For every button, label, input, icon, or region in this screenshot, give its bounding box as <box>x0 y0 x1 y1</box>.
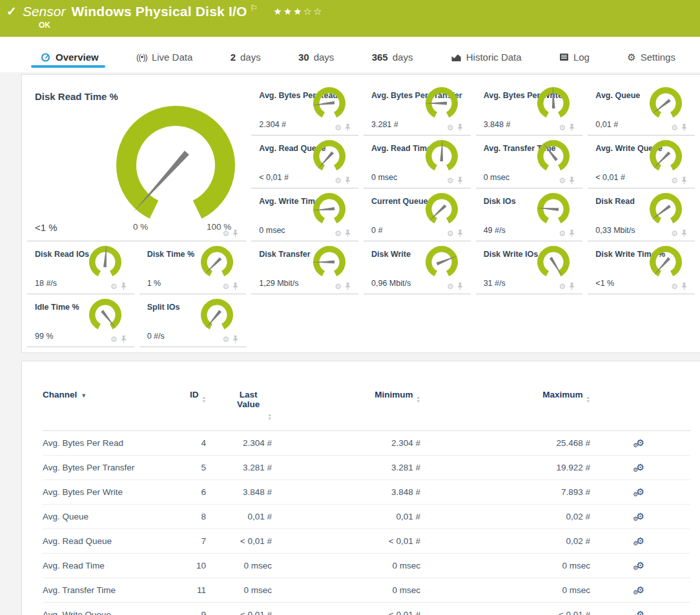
gauge-min-label: 0 % <box>133 222 148 232</box>
gauge-tile-current-queue: Current Queue 0 # ⚙ <box>364 188 471 241</box>
channel-maximum: 0 msec <box>420 578 590 603</box>
gear-icon[interactable]: ⚙ <box>447 283 454 290</box>
channel-settings-icon[interactable]: ⚙⚙ <box>636 463 644 472</box>
channel-settings-icon[interactable]: ⚙⚙ <box>636 610 644 615</box>
channel-settings-icon[interactable]: ⚙⚙ <box>636 536 644 545</box>
sort-icon[interactable]: ▲▼ <box>417 396 420 403</box>
channel-id: 6 <box>165 480 206 505</box>
gear-icon[interactable]: ⚙ <box>559 283 566 290</box>
pin-icon[interactable] <box>681 124 687 132</box>
gauge-tile-avg-read-queue: Avg. Read Queue < 0,01 # ⚙ <box>251 136 358 188</box>
pin-icon[interactable] <box>569 124 575 132</box>
pin-icon[interactable] <box>232 230 238 237</box>
gear-icon[interactable]: ⚙ <box>110 283 118 290</box>
gauge-value: 1 % <box>147 279 161 288</box>
channel-name: Avg. Bytes Per Read <box>43 431 165 456</box>
gauge-tile-disk-write: Disk Write 0,96 Mbit/s ⚙ <box>364 241 471 294</box>
pin-icon[interactable] <box>569 230 575 237</box>
pin-icon[interactable] <box>457 230 463 237</box>
gauges-panel: Disk Read Time % <1 % 0 % 100 % ⚙ Avg. B… <box>21 74 700 353</box>
tab-historic-data[interactable]: Historic Data <box>451 52 522 72</box>
gauge-tile-disk-write-ios: Disk Write IOs 31 #/s ⚙ <box>476 241 583 294</box>
gauge-label: Disk Read <box>595 197 634 206</box>
tab-log[interactable]: Log <box>559 52 590 72</box>
gear-icon[interactable]: ⚙ <box>335 283 342 290</box>
channel-settings-icon[interactable]: ⚙⚙ <box>636 561 644 570</box>
column-header-minimum[interactable]: Minimum▲▼ <box>272 385 420 431</box>
tab-settings[interactable]: ⚙Settings <box>627 52 675 72</box>
channel-settings-icon[interactable]: ⚙⚙ <box>636 487 644 496</box>
pin-icon[interactable] <box>569 283 575 290</box>
pin-icon[interactable] <box>681 283 687 290</box>
pin-icon[interactable] <box>457 177 463 185</box>
tab-2-days[interactable]: 2days <box>231 52 261 72</box>
rating-stars[interactable]: ★★★☆☆ <box>273 6 323 17</box>
pin-icon[interactable] <box>681 177 687 185</box>
channel-name: Avg. Bytes Per Write <box>43 480 165 505</box>
pin-icon[interactable] <box>345 124 351 132</box>
gear-icon[interactable]: ⚙ <box>671 177 678 185</box>
column-header-channel[interactable]: Channel▼ <box>43 385 165 431</box>
channels-table: Channel▼ ID▲▼ Last Value▲▼ Minimum▲▼ Max… <box>43 385 690 615</box>
tab-live-data[interactable]: ((•))Live Data <box>136 52 192 72</box>
column-header-last-value[interactable]: Last Value▲▼ <box>206 385 272 431</box>
channel-last-value: < 0,01 # <box>206 603 272 615</box>
gear-icon[interactable]: ⚙ <box>335 177 342 185</box>
sort-desc-icon[interactable]: ▼ <box>81 392 87 399</box>
pin-icon[interactable] <box>121 336 127 343</box>
tab-30-days[interactable]: 30days <box>298 52 334 72</box>
gauge-label: Disk Read IOs <box>35 250 89 259</box>
gauge-tile-avg-bytes-per-read: Avg. Bytes Per Read 2.304 # ⚙ <box>251 83 358 136</box>
gear-icon[interactable]: ⚙ <box>335 230 342 237</box>
gear-icon[interactable]: ⚙ <box>559 177 566 185</box>
gauge <box>421 139 462 176</box>
gear-icon[interactable]: ⚙ <box>559 230 566 237</box>
pin-icon[interactable] <box>569 177 575 185</box>
pin-icon[interactable] <box>345 230 351 237</box>
tab-bar: Overview((•))Live Data2days30days365days… <box>0 37 700 72</box>
gear-icon[interactable]: ⚙ <box>447 230 454 237</box>
channel-settings-icon[interactable]: ⚙⚙ <box>636 438 644 447</box>
gauge-label: Split IOs <box>147 303 180 312</box>
gear-icon[interactable]: ⚙ <box>223 336 230 343</box>
gear-icon[interactable]: ⚙ <box>671 124 678 132</box>
pin-icon[interactable] <box>232 283 238 290</box>
gear-icon[interactable]: ⚙ <box>671 283 678 290</box>
star-filled-icon[interactable]: ★ <box>273 6 283 17</box>
channel-minimum: 0 msec <box>272 578 420 603</box>
channel-settings-icon[interactable]: ⚙⚙ <box>636 585 644 594</box>
pin-icon[interactable] <box>457 124 463 132</box>
gear-icon[interactable]: ⚙ <box>223 283 230 290</box>
gear-icon[interactable]: ⚙ <box>671 230 678 237</box>
star-filled-icon[interactable]: ★ <box>293 6 303 17</box>
tab-365-days[interactable]: 365days <box>372 52 413 72</box>
gauge-label: Disk IOs <box>484 197 516 206</box>
gear-icon[interactable]: ⚙ <box>335 124 342 132</box>
sort-icon[interactable]: ▲▼ <box>268 413 272 420</box>
pin-icon[interactable] <box>457 283 463 290</box>
priority-flag-icon[interactable]: ⚐ <box>251 3 258 13</box>
channel-settings-icon[interactable]: ⚙⚙ <box>636 512 644 521</box>
sort-icon[interactable]: ▲▼ <box>202 396 206 403</box>
pin-icon[interactable] <box>345 283 351 290</box>
channel-last-value: 3.281 # <box>206 456 272 480</box>
pin-icon[interactable] <box>345 177 351 185</box>
star-filled-icon[interactable]: ★ <box>283 6 293 17</box>
pin-icon[interactable] <box>121 283 127 290</box>
star-empty-icon[interactable]: ☆ <box>313 6 323 17</box>
gauge-value: <1 % <box>595 279 614 288</box>
pin-icon[interactable] <box>681 230 687 237</box>
column-header-maximum[interactable]: Maximum▲▼ <box>420 385 590 431</box>
gauge-value: 31 #/s <box>484 279 506 288</box>
tab-overview[interactable]: Overview <box>40 52 99 72</box>
sort-icon[interactable]: ▲▼ <box>586 396 590 403</box>
gear-icon[interactable]: ⚙ <box>447 124 454 132</box>
pin-icon[interactable] <box>232 336 238 343</box>
column-header-id[interactable]: ID▲▼ <box>165 385 206 431</box>
star-empty-icon[interactable]: ☆ <box>304 6 313 17</box>
table-row: Avg. Bytes Per Read 4 2.304 # 2.304 # 25… <box>43 431 690 456</box>
gear-icon[interactable]: ⚙ <box>447 177 454 185</box>
gear-icon[interactable]: ⚙ <box>559 124 566 132</box>
gear-icon[interactable]: ⚙ <box>110 336 118 343</box>
gear-icon[interactable]: ⚙ <box>223 230 230 237</box>
